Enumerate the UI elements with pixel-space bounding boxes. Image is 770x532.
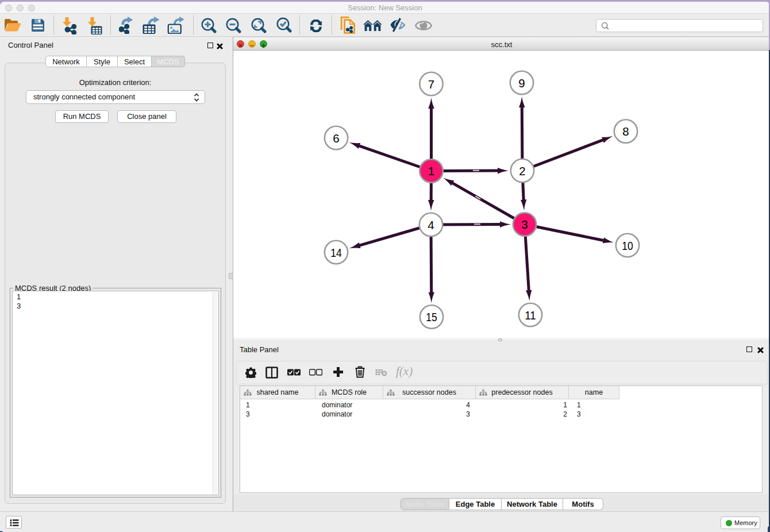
- svg-text:6: 6: [333, 132, 339, 145]
- svg-text:11: 11: [525, 309, 536, 322]
- svg-text:4: 4: [428, 218, 434, 232]
- svg-text:7: 7: [428, 78, 434, 91]
- svg-text:9: 9: [518, 76, 525, 90]
- svg-text:10: 10: [622, 239, 633, 252]
- svg-text:8: 8: [622, 125, 629, 138]
- svg-text:15: 15: [426, 310, 437, 323]
- svg-text:2: 2: [519, 164, 525, 178]
- svg-text:14: 14: [330, 246, 342, 259]
- svg-text:3: 3: [521, 218, 528, 231]
- svg-text:1: 1: [428, 164, 434, 178]
